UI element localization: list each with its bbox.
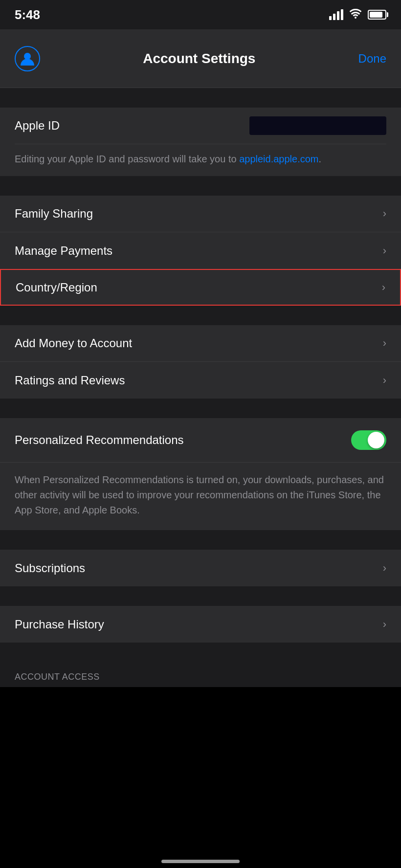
nav-header: Account Settings Done bbox=[0, 29, 401, 88]
battery-icon bbox=[368, 10, 386, 20]
country-region-label: Country/Region bbox=[16, 281, 97, 294]
subscriptions-section: Subscriptions › bbox=[0, 550, 401, 586]
section-gap-4 bbox=[0, 399, 401, 418]
avatar bbox=[15, 46, 40, 71]
chevron-icon: › bbox=[383, 207, 386, 220]
home-indicator bbox=[161, 860, 240, 863]
status-bar: 5:48 bbox=[0, 0, 401, 29]
purchase-history-row[interactable]: Purchase History › bbox=[0, 606, 401, 643]
recommendations-section: Personalized Recommendations When Person… bbox=[0, 418, 401, 530]
purchase-history-label: Purchase History bbox=[15, 618, 104, 631]
manage-payments-label: Manage Payments bbox=[15, 244, 112, 258]
section-gap-7 bbox=[0, 643, 401, 662]
wifi-icon bbox=[349, 9, 362, 21]
done-button[interactable]: Done bbox=[358, 52, 386, 66]
apple-id-section: Apple ID Editing your Apple ID and passw… bbox=[0, 108, 401, 176]
menu-group-2: Add Money to Account › Ratings and Revie… bbox=[0, 325, 401, 399]
recommendations-description: When Personalized Recommendations is tur… bbox=[0, 463, 401, 530]
svg-point-0 bbox=[24, 53, 31, 60]
family-sharing-row[interactable]: Family Sharing › bbox=[0, 196, 401, 232]
apple-id-link[interactable]: appleid.apple.com bbox=[239, 154, 318, 164]
apple-id-label: Apple ID bbox=[15, 119, 60, 133]
chevron-icon: › bbox=[383, 374, 386, 387]
manage-payments-row[interactable]: Manage Payments › bbox=[0, 232, 401, 269]
chevron-icon: › bbox=[383, 618, 386, 631]
add-money-label: Add Money to Account bbox=[15, 336, 132, 350]
purchase-history-section: Purchase History › bbox=[0, 606, 401, 643]
chevron-icon: › bbox=[383, 337, 386, 350]
apple-id-note: Editing your Apple ID and password will … bbox=[15, 144, 386, 176]
section-gap-5 bbox=[0, 530, 401, 550]
chevron-icon: › bbox=[383, 562, 386, 575]
section-gap-6 bbox=[0, 586, 401, 606]
apple-id-row[interactable]: Apple ID bbox=[15, 108, 386, 144]
chevron-icon: › bbox=[382, 281, 385, 294]
page-title: Account Settings bbox=[143, 51, 255, 67]
recommendations-label: Personalized Recommendations bbox=[15, 433, 184, 447]
menu-group-1: Family Sharing › Manage Payments › bbox=[0, 196, 401, 269]
subscriptions-row[interactable]: Subscriptions › bbox=[0, 550, 401, 586]
section-gap-1 bbox=[0, 88, 401, 108]
recommendations-toggle[interactable] bbox=[351, 430, 386, 450]
apple-id-value-field bbox=[249, 116, 386, 135]
toggle-track bbox=[351, 430, 386, 450]
family-sharing-label: Family Sharing bbox=[15, 207, 93, 221]
chevron-icon: › bbox=[383, 245, 386, 257]
toggle-thumb bbox=[368, 432, 384, 448]
subscriptions-label: Subscriptions bbox=[15, 561, 85, 575]
ratings-reviews-label: Ratings and Reviews bbox=[15, 374, 125, 387]
add-money-row[interactable]: Add Money to Account › bbox=[0, 325, 401, 362]
signal-icon bbox=[329, 9, 343, 20]
status-icons bbox=[329, 9, 386, 21]
section-gap-3 bbox=[0, 306, 401, 325]
ratings-reviews-row[interactable]: Ratings and Reviews › bbox=[0, 362, 401, 399]
country-region-row[interactable]: Country/Region › bbox=[0, 269, 401, 306]
account-access-label: ACCOUNT ACCESS bbox=[0, 662, 401, 687]
recommendations-row: Personalized Recommendations bbox=[0, 418, 401, 463]
section-gap-2 bbox=[0, 176, 401, 196]
status-time: 5:48 bbox=[15, 7, 40, 22]
